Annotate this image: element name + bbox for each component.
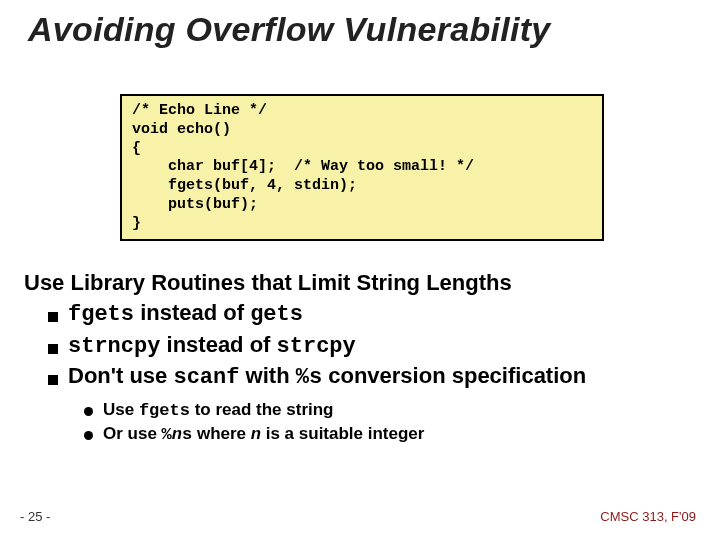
code-strcpy: strcpy <box>277 334 356 359</box>
code-percent: % <box>162 425 172 444</box>
code-s-suffix: s <box>182 425 192 444</box>
bullet-text: fgets instead of gets <box>68 298 303 330</box>
square-bullet-icon <box>48 344 58 354</box>
subbullet-text: Use fgets to read the string <box>103 399 334 423</box>
slide-number: - 25 - <box>20 509 50 524</box>
bullet-fgets: fgets instead of gets <box>48 298 696 330</box>
subbullet-use-fgets: Use fgets to read the string <box>84 399 696 423</box>
square-bullet-icon <box>48 375 58 385</box>
code-line-6: puts(buf); <box>132 196 258 213</box>
code-line-4: char buf[4]; /* Way too small! */ <box>132 158 474 175</box>
course-label: CMSC 313, F'09 <box>600 509 696 524</box>
circle-bullet-icon <box>84 407 93 416</box>
text-use: Use <box>103 400 139 419</box>
text-instead-of-1: instead of <box>134 300 250 325</box>
code-n-var: n <box>172 425 182 444</box>
code-line-1: /* Echo Line */ <box>132 102 267 119</box>
code-line-7: } <box>132 215 141 232</box>
text-read-string: to read the string <box>190 400 334 419</box>
code-n-var-2: n <box>251 425 261 444</box>
subbullet-text: Or use %ns where n is a suitable integer <box>103 423 424 447</box>
bullet-text: strncpy instead of strcpy <box>68 330 356 362</box>
text-conv-spec: conversion specification <box>322 363 586 388</box>
circle-bullet-icon <box>84 431 93 440</box>
code-scanf: scanf <box>173 365 239 390</box>
code-line-5: fgets(buf, 4, stdin); <box>132 177 357 194</box>
bullet-strncpy: strncpy instead of strcpy <box>48 330 696 362</box>
code-line-3: { <box>132 140 141 157</box>
square-bullet-icon <box>48 312 58 322</box>
code-fgets: fgets <box>68 302 134 327</box>
text-suitable-int: is a suitable integer <box>261 424 424 443</box>
code-gets: gets <box>250 302 303 327</box>
text-where: where <box>192 424 251 443</box>
subbullet-or-use-ns: Or use %ns where n is a suitable integer <box>84 423 696 447</box>
text-with: with <box>239 363 295 388</box>
bullet-scanf: Don't use scanf with %s conversion speci… <box>48 361 696 393</box>
code-percent-s: %s <box>296 365 322 390</box>
section-heading: Use Library Routines that Limit String L… <box>24 270 696 296</box>
slide-title: Avoiding Overflow Vulnerability <box>28 10 551 49</box>
body-content: Use Library Routines that Limit String L… <box>24 270 696 447</box>
text-dont-use: Don't use <box>68 363 173 388</box>
code-line-2: void echo() <box>132 121 231 138</box>
code-block: /* Echo Line */ void echo() { char buf[4… <box>120 94 604 241</box>
code-fgets-2: fgets <box>139 401 190 420</box>
bullet-text: Don't use scanf with %s conversion speci… <box>68 361 586 393</box>
code-strncpy: strncpy <box>68 334 160 359</box>
text-or-use: Or use <box>103 424 162 443</box>
text-instead-of-2: instead of <box>160 332 276 357</box>
